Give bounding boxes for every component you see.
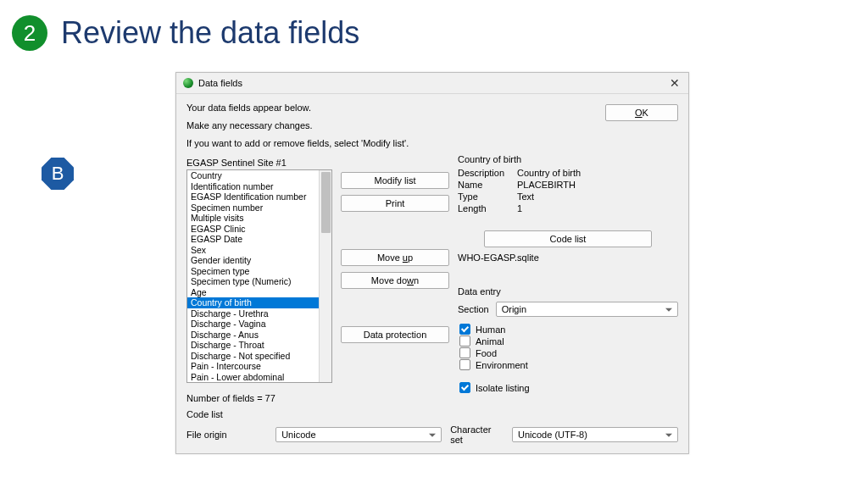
file-origin-label: File origin: [186, 430, 267, 440]
animal-label: Animal: [476, 336, 504, 347]
desc-value: Country of birth: [517, 168, 678, 178]
file-origin-dropdown[interactable]: Unicode: [275, 427, 442, 442]
section-dropdown[interactable]: Origin: [496, 302, 678, 317]
animal-checkbox[interactable]: [459, 336, 470, 347]
instruction-line-3: If you want to add or remove fields, sel…: [186, 136, 678, 151]
field-item[interactable]: Discharge - Throat: [187, 340, 331, 351]
charset-label: Character set: [450, 424, 504, 445]
field-item[interactable]: Country of birth: [187, 297, 331, 308]
environment-checkbox[interactable]: [459, 359, 470, 370]
field-detail-title: Country of birth: [458, 154, 678, 164]
move-up-button[interactable]: Move up: [341, 249, 449, 266]
field-list[interactable]: CountryIdentification numberEGASP Identi…: [186, 169, 332, 383]
field-item[interactable]: Gender identity: [187, 255, 331, 266]
slide-title: Review the data fields: [61, 15, 359, 51]
field-count: Number of fields = 77: [186, 393, 332, 403]
field-item[interactable]: Sex: [187, 245, 331, 256]
field-item[interactable]: Discharge - Urethra: [187, 308, 331, 319]
human-label: Human: [476, 324, 505, 335]
field-item[interactable]: Pain - Lower abdominal: [187, 372, 331, 383]
field-item[interactable]: Pain - Intercourse: [187, 361, 331, 372]
code-list-section-title: Code list: [186, 409, 678, 419]
data-protection-button[interactable]: Data protection: [341, 326, 449, 343]
globe-icon: [183, 78, 193, 88]
dialog-title: Data fields: [198, 78, 242, 88]
data-fields-dialog: Data fields ✕ OK Your data fields appear…: [175, 72, 689, 454]
field-item[interactable]: Identification number: [187, 181, 331, 192]
charset-dropdown[interactable]: Unicode (UTF-8): [512, 427, 678, 442]
field-item[interactable]: Discharge - Not specified: [187, 351, 331, 362]
instruction-line-1: Your data fields appear below.: [186, 101, 678, 115]
field-item[interactable]: EGASP Identification number: [187, 191, 331, 202]
field-item[interactable]: Discharge - Vagina: [187, 319, 331, 330]
field-item[interactable]: Specimen type (Numeric): [187, 276, 331, 287]
food-label: Food: [476, 348, 497, 358]
isolate-listing-label: Isolate listing: [476, 383, 530, 393]
field-item[interactable]: Specimen number: [187, 202, 331, 214]
step-number-badge: 2: [12, 15, 47, 51]
dialog-titlebar: Data fields ✕: [176, 73, 688, 94]
data-entry-title: Data entry: [458, 286, 678, 297]
field-item[interactable]: EGASP Date: [187, 234, 331, 245]
slide-header: 2 Review the data fields: [0, 0, 868, 51]
type-value: Text: [517, 191, 678, 202]
section-label: Section: [458, 304, 489, 314]
instruction-line-2: Make any necessary changes.: [186, 119, 678, 133]
print-button[interactable]: Print: [341, 195, 449, 212]
field-item[interactable]: Country: [187, 170, 331, 181]
ok-button[interactable]: OK: [605, 104, 678, 121]
modify-list-button[interactable]: Modify list: [341, 172, 449, 189]
close-icon[interactable]: ✕: [668, 76, 682, 90]
scrollbar[interactable]: [319, 170, 331, 382]
code-list-button[interactable]: Code list: [484, 230, 652, 247]
environment-label: Environment: [476, 360, 528, 370]
length-label: Length: [458, 203, 517, 214]
site-label: EGASP Sentinel Site #1: [186, 158, 332, 168]
name-label: Name: [458, 180, 517, 190]
database-name: WHO-EGASP.sqlite: [458, 252, 678, 263]
field-item[interactable]: EGASP Clinic: [187, 224, 331, 235]
human-checkbox[interactable]: [459, 324, 470, 335]
isolate-listing-checkbox[interactable]: [459, 382, 470, 393]
name-value: PLACEBIRTH: [517, 180, 678, 190]
field-item[interactable]: Discharge - Anus: [187, 330, 331, 341]
field-item[interactable]: Multiple visits: [187, 213, 331, 224]
substep-badge-b: B: [42, 158, 74, 190]
move-down-button[interactable]: Move down: [341, 272, 449, 289]
length-value: 1: [517, 203, 678, 214]
scroll-thumb[interactable]: [321, 172, 331, 233]
type-label: Type: [458, 191, 517, 202]
food-checkbox[interactable]: [459, 347, 470, 358]
field-item[interactable]: Specimen type: [187, 266, 331, 277]
desc-label: Description: [458, 168, 517, 178]
field-item[interactable]: Age: [187, 287, 331, 298]
